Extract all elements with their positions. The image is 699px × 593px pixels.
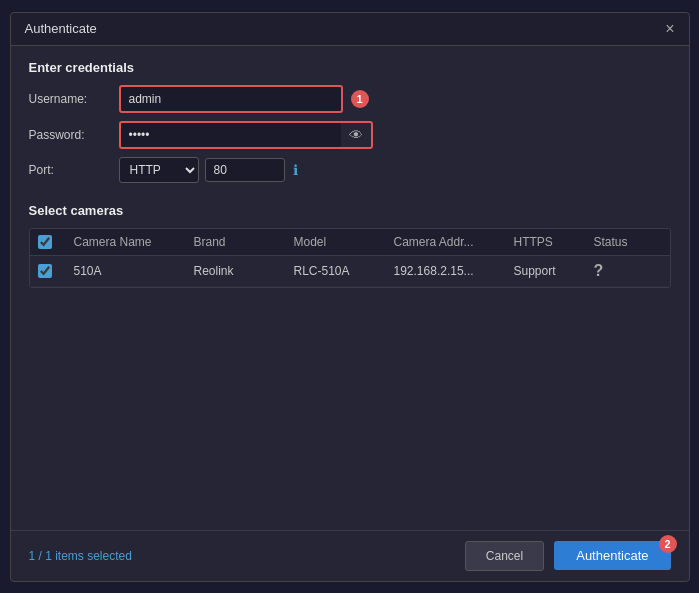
cameras-table: Camera Name Brand Model Camera Addr... H… xyxy=(29,228,671,288)
row-address: 192.168.2.15... xyxy=(386,262,506,280)
credentials-section: Enter credentials Username: 1 Password: … xyxy=(29,60,671,193)
items-selected-label: 1 / 1 items selected xyxy=(29,549,132,563)
dialog-header: Authenticate × xyxy=(11,13,689,46)
row-model: RLC-510A xyxy=(286,262,386,280)
select-all-checkbox[interactable] xyxy=(38,235,52,249)
credentials-title: Enter credentials xyxy=(29,60,671,75)
col-checkbox xyxy=(30,235,66,249)
badge-2: 2 xyxy=(659,535,677,553)
port-label: Port: xyxy=(29,163,119,177)
table-header: Camera Name Brand Model Camera Addr... H… xyxy=(30,229,670,256)
port-row: Port: HTTP HTTPS ℹ xyxy=(29,157,671,183)
port-number-input[interactable] xyxy=(205,158,285,182)
row-camera-name: 510A xyxy=(66,262,186,280)
col-brand: Brand xyxy=(186,235,286,249)
col-model: Model xyxy=(286,235,386,249)
col-https: HTTPS xyxy=(506,235,586,249)
password-input[interactable] xyxy=(121,123,341,147)
col-address: Camera Addr... xyxy=(386,235,506,249)
row-checkbox-cell xyxy=(30,262,66,280)
cameras-section: Select cameras Camera Name Brand Model C… xyxy=(29,203,671,288)
password-input-wrapper: 👁 xyxy=(119,121,373,149)
cameras-title: Select cameras xyxy=(29,203,671,218)
password-row: Password: 👁 xyxy=(29,121,671,149)
row-brand: Reolink xyxy=(186,262,286,280)
badge-1: 1 xyxy=(351,90,369,108)
table-row: 510A Reolink RLC-510A 192.168.2.15... Su… xyxy=(30,256,670,287)
username-input-wrapper xyxy=(119,85,343,113)
row-https: Support xyxy=(506,262,586,280)
row-status: ? xyxy=(586,262,656,280)
username-input[interactable] xyxy=(121,87,341,111)
port-info-icon[interactable]: ℹ xyxy=(293,162,298,178)
password-label: Password: xyxy=(29,128,119,142)
toggle-password-icon[interactable]: 👁 xyxy=(341,127,371,143)
col-status: Status xyxy=(586,235,656,249)
username-label: Username: xyxy=(29,92,119,106)
dialog-title: Authenticate xyxy=(25,21,97,36)
authenticate-dialog: Authenticate × Enter credentials Usernam… xyxy=(10,12,690,582)
dialog-footer: 1 / 1 items selected Cancel Authenticate… xyxy=(11,530,689,581)
cancel-button[interactable]: Cancel xyxy=(465,541,544,571)
port-protocol-select[interactable]: HTTP HTTPS xyxy=(119,157,199,183)
col-camera-name: Camera Name xyxy=(66,235,186,249)
status-question-icon[interactable]: ? xyxy=(594,262,604,280)
dialog-body: Enter credentials Username: 1 Password: … xyxy=(11,46,689,530)
row-checkbox[interactable] xyxy=(38,264,52,278)
authenticate-button[interactable]: Authenticate 2 xyxy=(554,541,670,570)
close-button[interactable]: × xyxy=(665,21,674,37)
username-row: Username: 1 xyxy=(29,85,671,113)
